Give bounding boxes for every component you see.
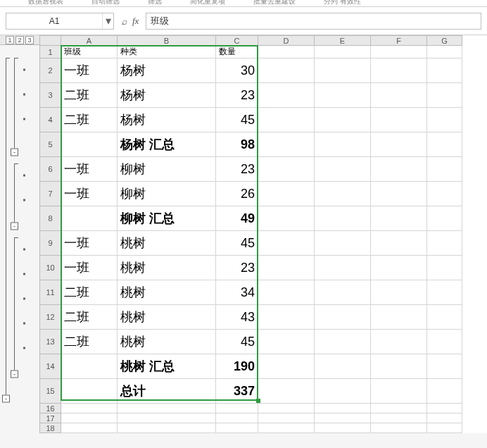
row-header[interactable]: 11 (40, 280, 61, 305)
cell[interactable] (315, 404, 371, 413)
row-header[interactable]: 10 (40, 256, 61, 280)
cell[interactable] (118, 423, 216, 433)
cell[interactable] (258, 423, 315, 433)
cell[interactable] (216, 404, 258, 413)
cell[interactable]: 26 (216, 182, 258, 206)
cell[interactable] (427, 305, 462, 330)
magnify-icon[interactable]: ⌕ (121, 15, 127, 27)
name-box[interactable]: A1 ▾ (6, 13, 114, 30)
cell[interactable] (427, 330, 462, 354)
cell[interactable] (371, 280, 427, 305)
cell[interactable] (315, 58, 371, 83)
cell[interactable] (315, 157, 371, 182)
row-header[interactable]: 14 (40, 354, 61, 379)
row-header[interactable]: 13 (40, 330, 61, 354)
cell[interactable]: 桃树 (118, 231, 216, 256)
cell[interactable] (258, 108, 315, 132)
row-header[interactable]: 3 (40, 83, 61, 108)
cell[interactable] (371, 46, 427, 58)
cell[interactable]: 一班 (61, 182, 118, 206)
cell[interactable] (315, 413, 371, 423)
cell[interactable] (427, 157, 462, 182)
cell[interactable] (371, 83, 427, 108)
cell[interactable]: 桃树 (118, 280, 216, 305)
row-header[interactable]: 1 (40, 46, 61, 58)
cell[interactable] (315, 256, 371, 280)
spreadsheet-grid[interactable]: ABCDEFG1班级种类数量2一班杨树303二班杨树234二班杨树455杨树 汇… (39, 35, 462, 433)
cell[interactable] (61, 354, 118, 379)
cell[interactable]: 190 (216, 354, 258, 379)
cell[interactable] (315, 182, 371, 206)
cell[interactable] (315, 330, 371, 354)
cell[interactable] (315, 108, 371, 132)
outline-level-2[interactable]: 2 (15, 36, 24, 44)
cell[interactable]: 45 (216, 231, 258, 256)
outline-collapse-button[interactable]: - (2, 395, 10, 403)
row-header[interactable]: 18 (40, 423, 61, 433)
cell[interactable] (61, 423, 118, 433)
cell[interactable] (371, 182, 427, 206)
cell[interactable] (427, 280, 462, 305)
cell[interactable]: 43 (216, 305, 258, 330)
cell[interactable] (315, 206, 371, 231)
cell[interactable] (315, 305, 371, 330)
cell[interactable]: 一班 (61, 231, 118, 256)
cell[interactable]: 45 (216, 330, 258, 354)
outline-collapse-button[interactable]: - (11, 371, 18, 378)
cell[interactable] (427, 182, 462, 206)
cell[interactable] (258, 379, 315, 404)
cell[interactable] (427, 132, 462, 157)
cell[interactable]: 23 (216, 256, 258, 280)
outline-level-3[interactable]: 3 (25, 36, 34, 44)
column-header[interactable]: F (371, 36, 427, 46)
cell[interactable]: 班级 (61, 46, 118, 58)
cell[interactable]: 杨树 (118, 58, 216, 83)
column-header[interactable]: D (258, 36, 315, 46)
cell[interactable] (371, 379, 427, 404)
cell[interactable] (371, 354, 427, 379)
cell[interactable]: 23 (216, 83, 258, 108)
row-header[interactable]: 5 (40, 132, 61, 157)
cell[interactable]: 桃树 (118, 256, 216, 280)
cell[interactable]: 二班 (61, 108, 118, 132)
cell[interactable] (315, 280, 371, 305)
cell[interactable] (427, 379, 462, 404)
cell[interactable]: 30 (216, 58, 258, 83)
row-header[interactable]: 9 (40, 231, 61, 256)
cell[interactable]: 一班 (61, 256, 118, 280)
cell[interactable]: 桃树 汇总 (118, 354, 216, 379)
cell[interactable] (216, 423, 258, 433)
cell[interactable] (61, 206, 118, 231)
cell[interactable] (258, 354, 315, 379)
cell[interactable] (258, 58, 315, 83)
cell[interactable] (258, 83, 315, 108)
fx-icon[interactable]: fx (132, 15, 139, 27)
chevron-down-icon[interactable]: ▾ (102, 13, 113, 29)
cell[interactable] (371, 58, 427, 83)
cell[interactable] (118, 404, 216, 413)
cell[interactable] (258, 157, 315, 182)
cell[interactable] (315, 46, 371, 58)
cell[interactable]: 杨树 (118, 83, 216, 108)
cell[interactable] (427, 354, 462, 379)
cell[interactable] (371, 305, 427, 330)
cell[interactable] (258, 231, 315, 256)
cell[interactable] (61, 404, 118, 413)
cell[interactable] (258, 256, 315, 280)
outline-level-1[interactable]: 1 (6, 36, 14, 44)
cell[interactable] (371, 256, 427, 280)
cell[interactable]: 34 (216, 280, 258, 305)
cell[interactable]: 柳树 汇总 (118, 206, 216, 231)
cell[interactable] (216, 413, 258, 423)
cell[interactable]: 45 (216, 108, 258, 132)
cell[interactable] (315, 231, 371, 256)
row-header[interactable]: 8 (40, 206, 61, 231)
cell[interactable] (258, 330, 315, 354)
cell[interactable]: 一班 (61, 58, 118, 83)
cell[interactable] (427, 423, 462, 433)
cell[interactable] (61, 132, 118, 157)
cell[interactable]: 杨树 (118, 108, 216, 132)
row-header[interactable]: 4 (40, 108, 61, 132)
row-header[interactable]: 16 (40, 404, 61, 413)
cell[interactable] (315, 354, 371, 379)
